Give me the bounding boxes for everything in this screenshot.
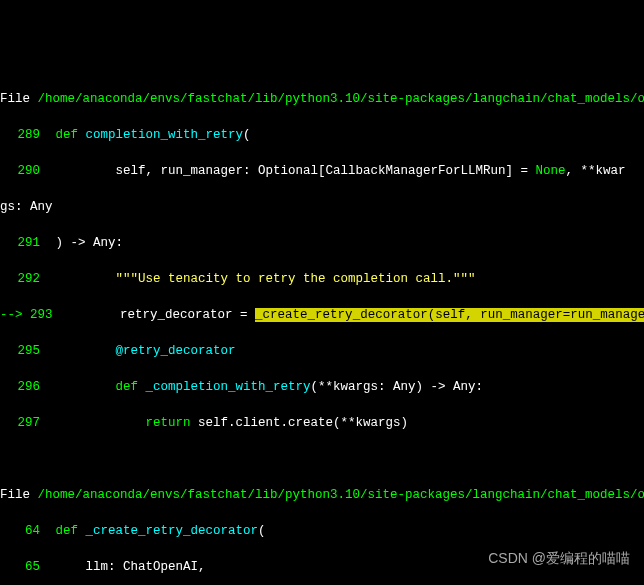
code-line-wrap: gs: Any bbox=[0, 198, 644, 216]
frame1-header: File /home/anaconda/envs/fastchat/lib/py… bbox=[0, 90, 644, 108]
code-line: 290 self, run_manager: Optional[Callback… bbox=[0, 162, 644, 180]
current-line: --> 293 retry_decorator = _create_retry_… bbox=[0, 306, 644, 324]
lineno: 295 bbox=[0, 342, 48, 360]
lineno: 291 bbox=[0, 234, 48, 252]
code-line: 289 def completion_with_retry( bbox=[0, 126, 644, 144]
highlight: _create_retry_decorator(self, run_manage… bbox=[255, 308, 644, 322]
lineno: 289 bbox=[0, 126, 48, 144]
file-label: File bbox=[0, 488, 38, 502]
code-line: 291 ) -> Any: bbox=[0, 234, 644, 252]
docstring: """Use tenacity to retry the completion … bbox=[116, 272, 476, 286]
watermark: CSDN @爱编程的喵喵 bbox=[488, 549, 630, 567]
code-line: 292 """Use tenacity to retry the complet… bbox=[0, 270, 644, 288]
code-line: 297 return self.client.create(**kwargs) bbox=[0, 414, 644, 432]
frame2-header: File /home/anaconda/envs/fastchat/lib/py… bbox=[0, 486, 644, 504]
lineno: 65 bbox=[0, 558, 48, 576]
file-path: /home/anaconda/envs/fastchat/lib/python3… bbox=[38, 488, 644, 502]
file-label: File bbox=[0, 92, 38, 106]
code-line: 296 def _completion_with_retry(**kwargs:… bbox=[0, 378, 644, 396]
lineno: 290 bbox=[0, 162, 48, 180]
code-line: 64 def _create_retry_decorator( bbox=[0, 522, 644, 540]
traceback-output: File /home/anaconda/envs/fastchat/lib/py… bbox=[0, 72, 644, 585]
arrow-icon: --> bbox=[0, 308, 23, 322]
lineno: 293 bbox=[30, 308, 53, 322]
lineno: 296 bbox=[0, 378, 48, 396]
code-line: 295 @retry_decorator bbox=[0, 342, 644, 360]
lineno: 64 bbox=[0, 522, 48, 540]
lineno: 292 bbox=[0, 270, 48, 288]
file-path: /home/anaconda/envs/fastchat/lib/python3… bbox=[38, 92, 644, 106]
lineno: 297 bbox=[0, 414, 48, 432]
decorator: @retry_decorator bbox=[116, 344, 236, 358]
